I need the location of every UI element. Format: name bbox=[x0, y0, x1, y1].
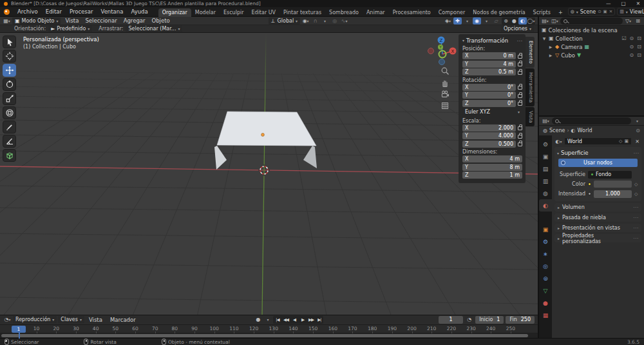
disable-render-icon[interactable]: ⊡ bbox=[637, 52, 641, 58]
options-dropdown[interactable]: Opciones▾ bbox=[501, 25, 534, 32]
workspace-tab--[interactable]: + bbox=[554, 8, 567, 17]
disable-render-icon[interactable]: ⊡ bbox=[637, 35, 641, 41]
timeline-editor-type-icon[interactable]: ◔▾ bbox=[3, 316, 12, 323]
copy-icon[interactable]: ▣ bbox=[603, 9, 607, 14]
hide-eye-icon[interactable]: ⊙ bbox=[630, 52, 634, 58]
xray-toggle[interactable]: ▱ bbox=[492, 17, 500, 25]
snap-magnet-icon[interactable]: ∩ bbox=[311, 17, 319, 25]
object-visibility-dropdown[interactable]: ◈▾ bbox=[444, 17, 452, 25]
surface-shader-field[interactable]: Fondo bbox=[588, 171, 632, 179]
workspace-tab-editar-uv[interactable]: Editar UV bbox=[248, 8, 280, 17]
workspace-tab-componer[interactable]: Componer bbox=[435, 8, 469, 17]
workspace-tab-esculpir[interactable]: Esculpir bbox=[220, 8, 248, 17]
proportional-edit-icon[interactable]: ◎ bbox=[330, 17, 339, 25]
transform-panel-header[interactable]: ▾ Transformación ⋯ bbox=[462, 36, 522, 44]
properties-tab-texture[interactable]: ▦ bbox=[539, 309, 552, 321]
menu-editar[interactable]: Editar bbox=[42, 8, 66, 15]
tool-cursor[interactable] bbox=[3, 50, 16, 63]
viewport-menu-objeto[interactable]: Objeto bbox=[149, 17, 173, 24]
tab-herramienta[interactable]: Herramienta bbox=[526, 68, 535, 106]
panel-volumen[interactable]: ▸Volumen⋯ bbox=[554, 203, 641, 212]
properties-tab-scene[interactable]: ◍ bbox=[539, 187, 552, 199]
properties-tab-object[interactable]: ▣ bbox=[539, 223, 552, 235]
properties-tab-data[interactable]: ▽ bbox=[539, 284, 552, 297]
filter-funnel-icon[interactable]: ▽▾ bbox=[624, 17, 632, 25]
jump-end-button[interactable]: ▶| bbox=[315, 316, 323, 324]
disclosure-icon[interactable]: ▼ bbox=[542, 36, 547, 41]
menu-archivo[interactable]: Archivo bbox=[14, 8, 42, 15]
properties-tab-world[interactable]: ◐ bbox=[539, 199, 552, 212]
position-z-field[interactable]: Z0.5 m bbox=[462, 68, 516, 75]
surface-panel-header[interactable]: ▾ Superficie ⋯ bbox=[557, 149, 639, 157]
lock-icon[interactable] bbox=[518, 55, 522, 59]
properties-tab-physics[interactable]: ◎ bbox=[539, 260, 552, 272]
timeline-marker-menu[interactable]: Marcador bbox=[107, 317, 139, 323]
shading-material-icon[interactable]: ◐ bbox=[518, 17, 527, 25]
show-overlays-toggle[interactable]: ◉ bbox=[473, 17, 481, 25]
tool-measure[interactable] bbox=[3, 135, 16, 148]
shading-wireframe-icon[interactable]: ⊕ bbox=[502, 17, 510, 25]
outliner-search-input[interactable] bbox=[560, 17, 623, 25]
panel-pasada-de-niebla[interactable]: ▸Pasada de niebla⋯ bbox=[554, 213, 641, 222]
tool-move[interactable] bbox=[3, 64, 16, 77]
rotation-y-field[interactable]: Y0° bbox=[462, 92, 516, 99]
dimensions-x-field[interactable]: X4 m bbox=[462, 155, 522, 163]
disclosure-icon[interactable]: ▶ bbox=[548, 44, 553, 49]
outliner-display-mode-icon[interactable]: ▤▾ bbox=[541, 17, 549, 25]
outliner-filter-mode-icon[interactable]: ◫▾ bbox=[551, 17, 559, 25]
tool-rotate[interactable] bbox=[3, 78, 16, 91]
position-y-field[interactable]: Y4 m bbox=[462, 61, 516, 68]
maximize-button[interactable]: □ bbox=[621, 1, 626, 6]
tool-scale[interactable] bbox=[3, 92, 16, 105]
disclosure-icon[interactable]: ▶ bbox=[548, 53, 553, 57]
tool-transform[interactable] bbox=[3, 106, 16, 119]
fake-user-icon[interactable]: ◇ bbox=[619, 139, 622, 144]
show-gizmos-toggle[interactable]: ✚ bbox=[453, 17, 462, 25]
workspace-tab-modelar[interactable]: Modelar bbox=[191, 8, 220, 17]
zoom-icon[interactable] bbox=[440, 66, 450, 75]
tool-tweak-select[interactable] bbox=[3, 35, 16, 48]
viewport-canvas[interactable]: ZZXY bbox=[0, 33, 538, 315]
viewport-menu-agregar[interactable]: Agregar bbox=[120, 17, 149, 24]
disable-render-icon[interactable]: ⊡ bbox=[637, 44, 641, 50]
minimize-button[interactable]: — bbox=[606, 1, 611, 6]
properties-tab-tool[interactable]: ⚙ bbox=[539, 138, 552, 150]
hide-eye-icon[interactable]: ⊙ bbox=[630, 44, 634, 50]
menu-ventana[interactable]: Ventana bbox=[97, 8, 127, 15]
scale-z-field[interactable]: Z0.500 bbox=[462, 141, 516, 148]
tab-elemento[interactable]: Elemento bbox=[526, 37, 535, 68]
shading-solid-icon[interactable]: ● bbox=[510, 17, 518, 25]
workspace-tab-organizar[interactable]: Organizar bbox=[158, 8, 191, 17]
scene-selector[interactable]: ◍▾ Scene ⊙ ▣ ✕ bbox=[568, 8, 616, 15]
preview-range-clock-icon[interactable]: ◔ bbox=[465, 316, 473, 323]
workspace-tab-sombreado[interactable]: Sombreado bbox=[325, 8, 363, 17]
pin-icon[interactable]: ⊙ bbox=[636, 128, 640, 133]
workspace-tab-pintar-texturas[interactable]: Pintar texturas bbox=[279, 8, 325, 17]
animate-decorator-icon[interactable]: ◇ bbox=[634, 182, 639, 187]
properties-tab-render[interactable]: ▣ bbox=[539, 150, 552, 163]
keying-dropdown[interactable]: Claves▾ bbox=[58, 316, 84, 323]
perspective-toggle-icon[interactable] bbox=[440, 101, 450, 110]
lock-icon[interactable] bbox=[518, 63, 522, 66]
hide-eye-icon[interactable]: ⊙ bbox=[630, 35, 634, 41]
breadcrumb-world[interactable]: World bbox=[578, 128, 592, 133]
properties-tab-constraints[interactable]: ⊚ bbox=[539, 272, 552, 284]
panel-menu-icon[interactable]: ⋯ bbox=[517, 37, 523, 44]
tool-annotate[interactable] bbox=[3, 121, 16, 133]
tab-vista[interactable]: Vista bbox=[526, 107, 535, 127]
exclude-checkbox[interactable]: ☑ bbox=[621, 35, 626, 41]
properties-search-input[interactable] bbox=[552, 117, 631, 124]
scrollbar-thumb[interactable] bbox=[1, 334, 528, 337]
jump-start-button[interactable]: |◀ bbox=[273, 316, 281, 324]
proportional-falloff-dropdown[interactable]: ∿▾ bbox=[340, 17, 348, 25]
properties-tab-view-layer[interactable]: ▥ bbox=[539, 175, 552, 187]
cube-row[interactable]: ▶ ▽ Cubo ▼ ⊙ ⊡ bbox=[539, 51, 644, 59]
unlink-icon[interactable]: ✕ bbox=[609, 9, 612, 14]
properties-tab-material[interactable]: ● bbox=[539, 297, 552, 309]
workspace-tab-scripts[interactable]: Scripts bbox=[529, 8, 554, 17]
workspace-tab-procesamiento[interactable]: Procesamiento bbox=[389, 8, 435, 17]
panel-propiedades-personalizadas[interactable]: ▸Propiedades personalizadas⋯ bbox=[554, 234, 641, 242]
frame-end-field[interactable]: Fin250 bbox=[506, 316, 535, 324]
camera-row[interactable]: ▶ ◆ Camera ▦ ⊙ ⊡ bbox=[539, 43, 644, 51]
blender-menu-icon[interactable] bbox=[4, 9, 10, 15]
